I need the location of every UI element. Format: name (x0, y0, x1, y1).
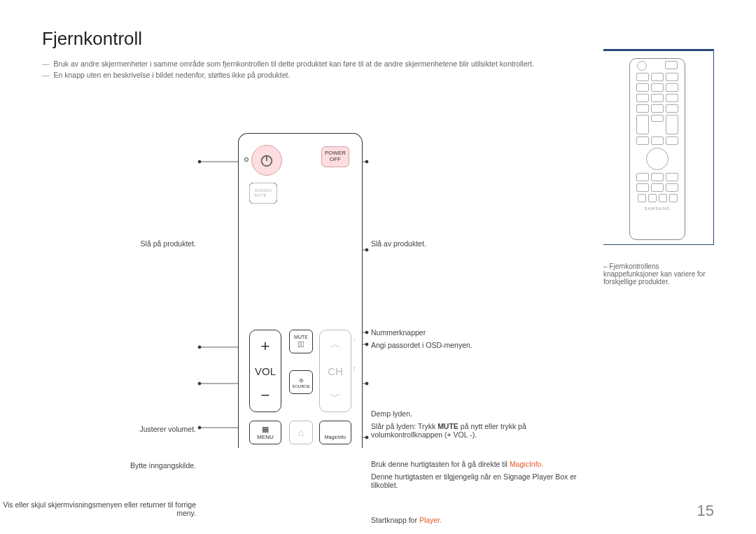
svg-point-13 (365, 160, 368, 163)
mute-button: MUTE 🕨̸ (289, 330, 313, 353)
svg-point-16 (365, 248, 368, 251)
callout-menu: Vis eller skjul skjermvisningsmenyen ell… (0, 500, 196, 517)
key-screen-mute: SCREEN MUTE (249, 183, 277, 204)
home-button: ⌂ (289, 421, 313, 444)
braille-dots-icon: ⠆ (353, 365, 358, 372)
svg-point-24 (365, 382, 368, 385)
menu-grid-icon: ▦ (262, 425, 269, 434)
menu-button: ▦ MENU (249, 421, 281, 444)
input-source-icon: ⎆ (299, 376, 304, 384)
callout-player: Startknapp for Player. (371, 516, 581, 524)
page-number: 15 (697, 502, 714, 520)
remote-illustration: POWER OFF QZ1 ABC2 DEF3 GHI4 JKL5 MNO6 P… (238, 133, 363, 448)
source-button: ⎆ SOURCE (289, 370, 313, 394)
callout-power-on: Slå på produktet. (0, 239, 196, 248)
braille-dot-icon: ⠂ (353, 337, 358, 344)
svg-point-4 (198, 346, 201, 349)
thumbnail-note: Fjernkontrollens knappefunksjoner kan va… (603, 262, 715, 286)
home-icon: ⌂ (298, 427, 304, 438)
plus-icon: + (261, 337, 270, 356)
manual-page: Fjernkontroll Bruk av andre skjermenhete… (0, 0, 756, 534)
remote-mini: SAMSUNG (629, 58, 685, 240)
brand-label: SAMSUNG (630, 206, 685, 211)
callout-magicinfo: Bruk denne hurtigtasten for å gå direkte… (371, 460, 581, 489)
chevron-down-icon: ﹀ (330, 390, 341, 405)
channel-rocker: ︿ CH ﹀ (319, 330, 351, 412)
svg-point-18 (365, 331, 368, 334)
remote-thumbnail-box: SAMSUNG (603, 49, 714, 245)
callout-source: Bytte inngangskilde. (0, 461, 196, 470)
speaker-mute-icon: 🕨̸ (298, 339, 304, 349)
ir-dot-icon (244, 157, 248, 162)
callout-mute: Demp lyden. Slår på lyden: Trykk MUTE på… (371, 409, 581, 439)
callout-volume: Justerer volumet. (0, 425, 196, 433)
svg-point-1 (198, 160, 201, 163)
page-title: Fjernkontroll (42, 28, 714, 50)
chevron-up-icon: ︿ (330, 337, 341, 352)
dpad-circle-icon (646, 148, 668, 170)
volume-rocker: + VOL − (249, 330, 281, 412)
power-off-button: POWER OFF (321, 146, 349, 167)
power-on-button (251, 145, 282, 176)
minus-icon: − (261, 386, 270, 405)
callout-number: Nummerknapper Angi passordet i OSD-menye… (371, 328, 581, 349)
svg-point-22 (365, 343, 368, 346)
power-icon (259, 153, 274, 168)
svg-point-26 (365, 436, 368, 439)
callout-power-off: Slå av produktet. (371, 239, 581, 248)
magicinfo-quick-button: MagicInfo (319, 421, 351, 444)
svg-point-7 (198, 382, 201, 385)
svg-point-11 (198, 426, 201, 429)
